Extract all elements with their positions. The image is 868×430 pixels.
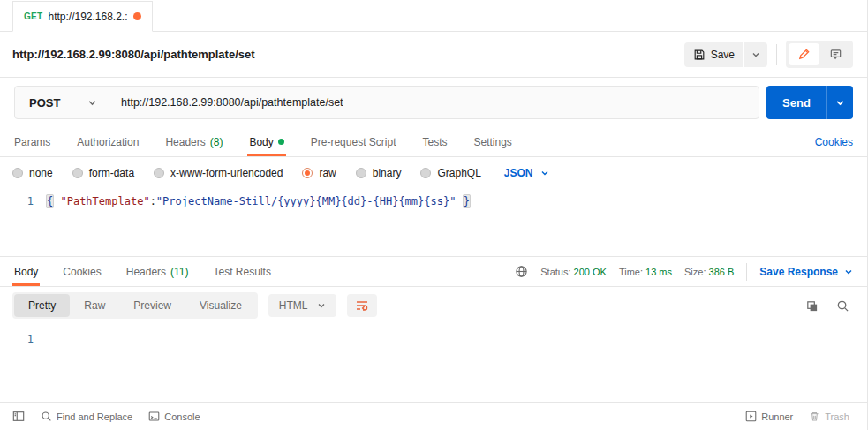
save-options-button[interactable] [743,42,767,67]
url-input-group: POST http://192.168.2.99:8080/api/pathte… [14,86,759,119]
view-segmented-control: Pretty Raw Preview Visualize [12,292,258,319]
code-brace-close: } [463,194,471,208]
edit-comment-group [786,41,853,68]
time-badge: Time: 13 ms [619,267,672,277]
trash-icon [809,411,820,422]
body-type-none[interactable]: none [12,167,53,179]
status-bar: Find and Replace Console Runner [0,402,867,430]
body-type-x-www-form-urlencoded[interactable]: x-www-form-urlencoded [154,167,283,179]
edit-button[interactable] [789,43,819,65]
response-tab-cookies[interactable]: Cookies [61,257,102,286]
language-select-value: JSON [504,167,533,179]
request-body-editor[interactable]: 1 { "PathTemplate":"ProjectName-Still/{y… [0,189,867,257]
tab-body[interactable]: Body [247,127,285,156]
send-button[interactable]: Send [766,86,826,119]
response-headers-count-badge: (11) [170,266,188,278]
runner-button[interactable]: Runner [740,407,798,426]
view-preview[interactable]: Preview [119,294,185,317]
search-response-button[interactable] [833,296,853,316]
tab-tests[interactable]: Tests [420,127,449,156]
sidebar-toggle-icon [12,411,25,422]
console-button[interactable]: Console [143,407,205,426]
tab-title: http://192.168.2.: [48,11,127,23]
body-type-form-data[interactable]: form-data [72,167,134,179]
response-tab-test-results[interactable]: Test Results [212,257,273,286]
console-icon [148,411,160,422]
request-url-row: POST http://192.168.2.99:8080/api/pathte… [0,78,867,127]
chevron-down-icon [87,98,97,108]
send-button-group: Send [766,86,853,119]
response-body-viewer[interactable]: 1 [0,324,867,402]
radio-icon [12,168,23,178]
response-header: Body Cookies Headers (11) Test Results S… [0,257,867,287]
save-icon [693,49,706,61]
response-tab-headers[interactable]: Headers (11) [125,257,191,286]
tab-settings[interactable]: Settings [472,127,514,156]
response-toolbar: Pretty Raw Preview Visualize HTML [0,287,867,324]
wrap-lines-icon [355,299,369,312]
editor-code-line: { "PathTemplate":"ProjectName-Still/{yyy… [46,195,471,256]
url-input[interactable]: http://192.168.2.99:8080/api/pathtemplat… [108,96,759,109]
comment-icon [829,48,842,61]
format-select[interactable]: HTML [268,294,336,317]
tab-method-label: GET [24,11,42,21]
sidebar-toggle-button[interactable] [7,407,30,426]
body-has-content-dot-icon [278,139,284,145]
request-tab-strip: GET http://192.168.2.: [0,0,867,32]
editor-line-number: 1 [0,195,46,256]
chevron-down-icon [844,268,853,276]
actions-divider [776,44,777,65]
copy-icon [805,299,819,313]
radio-selected-icon [302,168,313,178]
title-actions: Save [684,41,853,68]
method-select[interactable]: POST [15,96,108,109]
pencil-icon [797,48,811,61]
search-icon [836,299,849,313]
radio-icon [72,168,83,178]
tab-params[interactable]: Params [12,127,52,156]
save-button[interactable]: Save [684,42,743,67]
send-options-button[interactable] [826,86,853,119]
view-raw[interactable]: Raw [70,294,119,317]
chevron-down-icon [835,98,845,108]
view-visualize[interactable]: Visualize [185,294,256,317]
postman-app: GET http://192.168.2.: http://192.168.2.… [0,0,868,430]
response-header-spacer [294,257,515,286]
request-tabs: Params Authorization Headers (8) Body Pr… [0,127,867,157]
response-tab-body[interactable]: Body [12,257,40,286]
network-globe-icon[interactable] [515,265,528,278]
find-and-replace-button[interactable]: Find and Replace [35,407,138,426]
save-button-group: Save [684,42,767,67]
headers-count-badge: (8) [210,136,223,148]
request-title: http://192.168.2.99:8080/api/pathtemplat… [12,48,255,61]
tab-pre-request-script[interactable]: Pre-request Script [309,127,398,156]
radio-icon [356,168,366,178]
body-type-binary[interactable]: binary [356,167,402,179]
save-response-button[interactable]: Save Response [759,266,853,278]
chevron-down-icon [540,169,549,177]
request-title-row: http://192.168.2.99:8080/api/pathtemplat… [0,32,867,78]
unsaved-changes-dot-icon [133,12,141,20]
radio-icon [154,168,164,178]
open-request-tab[interactable]: GET http://192.168.2.: [12,1,153,32]
wrap-lines-button[interactable] [347,294,377,317]
tab-authorization[interactable]: Authorization [75,127,140,156]
response-meta: Status: 200 OK Time: 13 ms Size: 386 B S… [515,257,853,286]
size-badge: Size: 386 B [684,267,734,277]
response-line-number: 1 [0,333,46,402]
trash-button[interactable]: Trash [804,407,855,426]
meta-divider [746,263,747,281]
body-type-raw[interactable]: raw [302,167,336,179]
cookies-link[interactable]: Cookies [815,136,853,148]
view-pretty[interactable]: Pretty [14,294,70,317]
format-select-value: HTML [279,299,308,312]
body-type-row: none form-data x-www-form-urlencoded raw… [0,157,867,189]
code-string-value: "ProjectName-Still/{yyyy}{MM}{dd}-{HH}{m… [156,195,457,207]
tab-headers[interactable]: Headers (8) [163,127,224,156]
body-type-graphql[interactable]: GraphQL [420,167,480,179]
code-key: "PathTemplate" [60,195,149,207]
copy-response-button[interactable] [802,296,822,316]
language-select[interactable]: JSON [504,167,549,179]
tabs-spacer [537,127,815,156]
comment-button[interactable] [821,43,850,65]
